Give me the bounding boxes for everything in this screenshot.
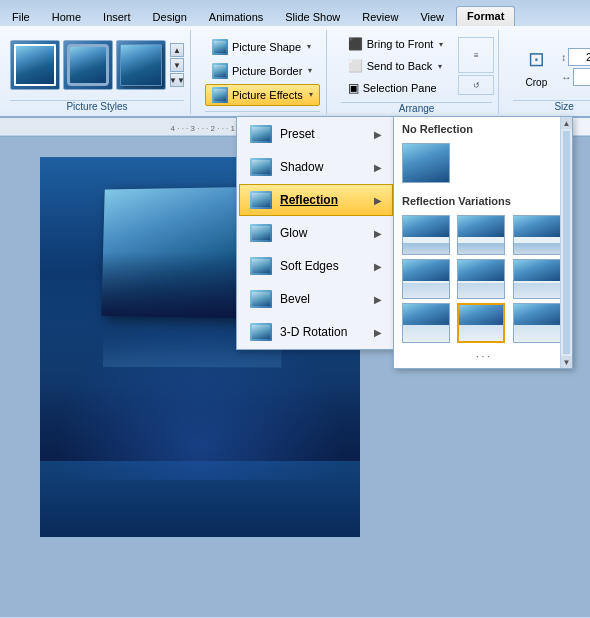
reflection-thumb-tight-1[interactable] — [402, 215, 450, 255]
scroll-down-arrow[interactable]: ▼ — [561, 356, 572, 368]
shadow-arrow: ▶ — [374, 162, 382, 173]
glow-label: Glow — [280, 226, 366, 240]
preset-item[interactable]: Preset ▶ — [239, 118, 393, 150]
soft-edges-item[interactable]: Soft Edges ▶ — [239, 250, 393, 282]
3d-rotation-arrow: ▶ — [374, 327, 382, 338]
picture-shape-btn[interactable]: Picture Shape ▾ — [205, 36, 320, 58]
reflection-icon — [250, 191, 272, 209]
scroll-up-btn[interactable]: ▲ — [170, 43, 184, 57]
picture-effects-label: Picture Effects — [232, 89, 303, 101]
crop-icon: ⊡ — [520, 43, 552, 75]
soft-edges-label: Soft Edges — [280, 259, 366, 273]
bring-to-front-label: Bring to Front — [367, 38, 434, 50]
effects-menu: Preset ▶ Shadow ▶ Reflection ▶ Glow ▶ So… — [236, 116, 396, 350]
tab-animations[interactable]: Animations — [199, 8, 273, 26]
reflection-thumb-full-1[interactable] — [402, 303, 450, 343]
preset-arrow: ▶ — [374, 129, 382, 140]
scroll-down-btn[interactable]: ▼ — [170, 58, 184, 72]
scroll-thumb[interactable] — [563, 131, 570, 354]
width-input[interactable] — [573, 68, 590, 86]
reflection-thumbs-grid — [394, 211, 572, 347]
picture-border-arrow: ▾ — [308, 66, 312, 75]
thumb-scroll: ▲ ▼ ▼▼ — [170, 43, 184, 87]
bevel-icon — [250, 290, 272, 308]
glow-icon — [250, 224, 272, 242]
glow-arrow: ▶ — [374, 228, 382, 239]
bevel-item[interactable]: Bevel ▶ — [239, 283, 393, 315]
send-to-back-arrow: ▾ — [438, 62, 442, 71]
picture-effects-btn[interactable]: Picture Effects ▾ — [205, 84, 320, 106]
send-to-back-icon: ⬜ — [348, 59, 363, 73]
style-thumb-2[interactable] — [63, 40, 113, 90]
align-icon[interactable]: ≡ — [458, 37, 494, 73]
send-to-back-label: Send to Back — [367, 60, 432, 72]
reflection-thumb-full-3[interactable] — [513, 303, 561, 343]
picture-shape-icon — [212, 39, 228, 55]
selection-pane-icon: ▣ — [348, 81, 359, 95]
tab-design[interactable]: Design — [143, 8, 197, 26]
soft-edges-icon — [250, 257, 272, 275]
tab-insert[interactable]: Insert — [93, 8, 141, 26]
crop-label: Crop — [526, 77, 548, 88]
rotate-icon[interactable]: ↺ — [458, 75, 494, 95]
tab-format[interactable]: Format — [456, 6, 515, 26]
3d-rotation-item[interactable]: 3-D Rotation ▶ — [239, 316, 393, 348]
shadow-item[interactable]: Shadow ▶ — [239, 151, 393, 183]
ribbon-body: ▲ ▼ ▼▼ Picture Styles Picture Shape ▾ — [0, 26, 590, 118]
picture-border-icon — [212, 63, 228, 79]
width-row: ↔ " — [561, 68, 590, 86]
no-reflection-header: No Reflection — [394, 117, 572, 139]
soft-edges-arrow: ▶ — [374, 261, 382, 272]
tab-review[interactable]: Review — [352, 8, 408, 26]
ribbon-group-arrange: ⬛ Bring to Front ▾ ⬜ Send to Back ▾ ▣ Se… — [335, 30, 500, 114]
selection-pane-btn[interactable]: ▣ Selection Pane — [341, 78, 451, 98]
scroll-expand-btn[interactable]: ▼▼ — [170, 73, 184, 87]
tab-slideshow[interactable]: Slide Show — [275, 8, 350, 26]
size-label: Size — [513, 100, 590, 114]
submenu-scrollbar: ▲ ▼ — [560, 117, 572, 368]
size-inputs: ↕ " ↔ " — [561, 44, 590, 86]
crop-btn[interactable]: ⊡ Crop — [513, 38, 559, 93]
reflection-arrow: ▶ — [374, 195, 382, 206]
height-row: ↕ " — [561, 48, 590, 66]
send-to-back-btn[interactable]: ⬜ Send to Back ▾ — [341, 56, 451, 76]
reflection-item[interactable]: Reflection ▶ — [239, 184, 393, 216]
tab-bar: File Home Insert Design Animations Slide… — [0, 0, 590, 26]
tab-view[interactable]: View — [410, 8, 454, 26]
reflection-label: Reflection — [280, 193, 366, 207]
arrange-label: Arrange — [341, 102, 493, 116]
shadow-label: Shadow — [280, 160, 366, 174]
reflection-thumb-half-3[interactable] — [513, 259, 561, 299]
reflection-thumb-tight-2[interactable] — [457, 215, 505, 255]
bevel-arrow: ▶ — [374, 294, 382, 305]
arrange-btn-group: ⬛ Bring to Front ▾ ⬜ Send to Back ▾ ▣ Se… — [341, 34, 451, 98]
picture-effects-icon — [212, 87, 228, 103]
reflection-thumb-half-2[interactable] — [457, 259, 505, 299]
picture-btn-group: Picture Shape ▾ Picture Border ▾ Picture… — [205, 36, 320, 106]
picture-border-btn[interactable]: Picture Border ▾ — [205, 60, 320, 82]
bring-to-front-btn[interactable]: ⬛ Bring to Front ▾ — [341, 34, 451, 54]
reflection-submenu: No Reflection Reflection Variations — [393, 116, 573, 369]
picture-shape-label: Picture Shape — [232, 41, 301, 53]
picture-border-label: Picture Border — [232, 65, 302, 77]
style-thumb-1[interactable] — [10, 40, 60, 90]
scroll-up-arrow[interactable]: ▲ — [561, 117, 572, 129]
reflection-variations-label: Reflection Variations — [394, 191, 572, 211]
reflection-thumb-tight-3[interactable] — [513, 215, 561, 255]
bevel-label: Bevel — [280, 292, 366, 306]
reflection-thumb-half-1[interactable] — [402, 259, 450, 299]
ribbon-group-adjust: Picture Shape ▾ Picture Border ▾ Picture… — [199, 30, 327, 114]
picture-effects-arrow: ▾ — [309, 90, 313, 99]
no-reflection-thumb[interactable] — [402, 143, 450, 183]
ribbon-group-picture-styles: ▲ ▼ ▼▼ Picture Styles — [4, 30, 191, 114]
reflection-thumb-full-2[interactable] — [457, 303, 505, 343]
height-input[interactable] — [568, 48, 590, 66]
tab-file[interactable]: File — [2, 8, 40, 26]
tab-home[interactable]: Home — [42, 8, 91, 26]
bring-to-front-icon: ⬛ — [348, 37, 363, 51]
glow-item[interactable]: Glow ▶ — [239, 217, 393, 249]
style-thumb-3[interactable] — [116, 40, 166, 90]
more-options-dots: · · · — [394, 347, 572, 364]
picture-shape-arrow: ▾ — [307, 42, 311, 51]
preset-icon — [250, 125, 272, 143]
